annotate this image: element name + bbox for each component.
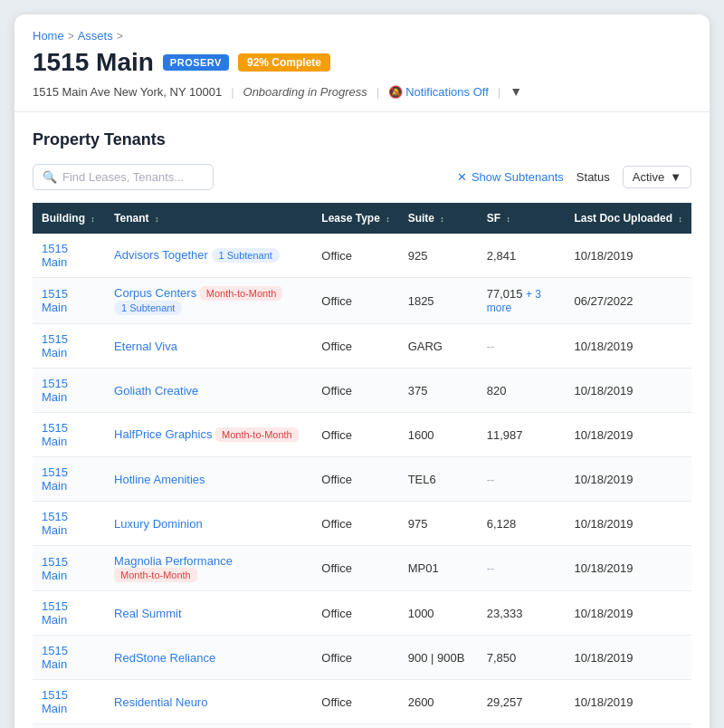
tenant-link[interactable]: Hotline Amenities	[114, 473, 205, 486]
show-subtenants-button[interactable]: ✕ Show Subtenants	[457, 170, 564, 184]
tenant-link[interactable]: Magnolia Performance	[114, 554, 233, 568]
breadcrumb-assets[interactable]: Assets	[78, 29, 113, 43]
status-label: Status	[576, 170, 610, 184]
cell-lease-type: Office	[312, 324, 398, 369]
building-link[interactable]: 1515 Main	[42, 644, 68, 671]
cell-lease-type: Office	[312, 724, 398, 729]
col-building[interactable]: Building ↕	[33, 203, 105, 234]
toolbar: 🔍 ✕ Show Subtenants Status Active ▼	[33, 164, 691, 190]
building-link[interactable]: 1515 Main	[42, 555, 68, 582]
cell-sf: 7,850	[478, 636, 566, 680]
cell-tenant: Skylark Realm & Associates	[105, 724, 312, 729]
table-header-row: Building ↕ Tenant ↕ Lease Type ↕ Suite ↕…	[33, 203, 691, 234]
cell-last-doc: 06/27/2022	[565, 278, 691, 324]
cell-building: 1515 Main	[33, 546, 105, 591]
cell-suite: 1825	[399, 278, 478, 324]
col-suite[interactable]: Suite ↕	[399, 203, 478, 234]
table-row: 1515 MainMagnolia Performance Month-to-M…	[33, 546, 691, 591]
cell-lease-type: Office	[312, 234, 398, 278]
cell-tenant: Corpus Centers Month-to-Month 1 Subtenan…	[105, 278, 312, 324]
tenant-tag[interactable]: 1 Subtenant	[212, 248, 280, 263]
cell-last-doc: 10/18/2019	[565, 591, 691, 636]
tenant-tag: Month-to-Month	[114, 568, 197, 582]
cell-sf: 820	[478, 369, 566, 413]
tenant-link[interactable]: Residential Neuro	[114, 695, 207, 709]
table-row: 1515 MainResidential NeuroOffice260029,2…	[33, 680, 691, 724]
notifications-toggle[interactable]: 🔕 Notifications Off	[388, 85, 489, 99]
cell-last-doc: 10/18/2019	[565, 413, 691, 457]
tenant-link[interactable]: Luxury Dominion	[114, 517, 203, 531]
building-link[interactable]: 1515 Main	[42, 421, 68, 448]
cell-sf: --	[478, 546, 566, 591]
cell-suite: 375	[399, 369, 478, 413]
tenant-link[interactable]: RedStone Reliance	[114, 651, 215, 665]
cell-tenant: RedStone Reliance	[105, 636, 312, 680]
content: Property Tenants 🔍 ✕ Show Subtenants Sta…	[14, 112, 710, 728]
cell-building: 1515 Main	[33, 502, 105, 546]
breadcrumb-home[interactable]: Home	[33, 29, 64, 43]
table-row: 1515 MainSkylark Realm & AssociatesOffic…	[33, 724, 691, 729]
subtitle-sep1: |	[231, 85, 233, 99]
sf-more[interactable]: + 3 more	[487, 288, 541, 314]
tenant-link[interactable]: Eternal Viva	[114, 340, 177, 353]
breadcrumb-sep1: >	[68, 30, 74, 43]
building-link[interactable]: 1515 Main	[42, 287, 68, 314]
cell-building: 1515 Main	[33, 457, 105, 502]
header: Home > Assets > 1515 Main PROSERV 92% Co…	[14, 14, 710, 112]
sf-dash: --	[487, 561, 495, 575]
cell-building: 1515 Main	[33, 636, 105, 680]
sf-dash: --	[487, 340, 495, 353]
building-link[interactable]: 1515 Main	[42, 599, 68, 627]
cell-suite: GARG	[399, 324, 478, 369]
tenant-link[interactable]: Advisors Together	[114, 248, 208, 262]
col-tenant[interactable]: Tenant ↕	[105, 203, 312, 234]
cell-suite: 1600	[399, 413, 478, 457]
cell-tenant: Luxury Dominion	[105, 502, 312, 546]
table-row: 1515 MainCorpus Centers Month-to-Month 1…	[33, 278, 691, 324]
cell-sf: 2,841	[478, 234, 566, 278]
building-link[interactable]: 1515 Main	[42, 377, 68, 404]
search-box[interactable]: 🔍	[33, 164, 214, 190]
search-input[interactable]	[62, 170, 204, 184]
table-row: 1515 MainAdvisors Together 1 SubtenantOf…	[33, 234, 691, 278]
cell-tenant: HalfPrice Graphics Month-to-Month	[105, 413, 312, 457]
header-chevron-icon[interactable]: ▼	[510, 84, 522, 99]
col-sf[interactable]: SF ↕	[478, 203, 566, 234]
building-link[interactable]: 1515 Main	[42, 688, 68, 715]
cell-building: 1515 Main	[33, 278, 105, 324]
title-row: 1515 Main PROSERV 92% Complete	[33, 48, 691, 77]
cell-building: 1515 Main	[33, 680, 105, 724]
cell-last-doc: 10/18/2019	[565, 457, 691, 502]
cell-lease-type: Office	[312, 636, 398, 680]
cell-sf: 29,257	[478, 680, 566, 724]
cell-suite: MP01	[399, 546, 478, 591]
table-row: 1515 MainEternal VivaOfficeGARG--10/18/2…	[33, 324, 691, 369]
cell-tenant: Hotline Amenities	[105, 457, 312, 502]
tenant-link[interactable]: Corpus Centers	[114, 286, 196, 300]
tenant-link[interactable]: Real Summit	[114, 607, 181, 620]
cell-suite: 900 | 900B	[399, 636, 478, 680]
status-dropdown[interactable]: Active ▼	[623, 166, 691, 188]
cell-sf: 11,987	[478, 413, 566, 457]
col-lease-type[interactable]: Lease Type ↕	[312, 203, 398, 234]
cell-tenant: Eternal Viva	[105, 324, 312, 369]
bell-off-icon: 🔕	[388, 85, 403, 99]
cell-building: 1515 Main	[33, 324, 105, 369]
building-link[interactable]: 1515 Main	[42, 465, 68, 493]
col-last-doc[interactable]: Last Doc Uploaded ↕	[565, 203, 691, 234]
tenant-link[interactable]: HalfPrice Graphics	[114, 427, 212, 441]
cell-last-doc: 10/18/2019	[565, 502, 691, 546]
building-link[interactable]: 1515 Main	[42, 510, 68, 537]
cell-sf: --	[478, 324, 566, 369]
cell-building: 1515 Main	[33, 234, 105, 278]
cell-suite: 1000	[399, 591, 478, 636]
cell-building: 1515 Main	[33, 369, 105, 413]
address: 1515 Main Ave New York, NY 10001	[33, 85, 222, 99]
building-link[interactable]: 1515 Main	[42, 242, 68, 269]
cell-last-doc: 10/18/2019	[565, 369, 691, 413]
cell-last-doc: 10/18/2019	[565, 636, 691, 680]
tenant-tag2[interactable]: 1 Subtenant	[114, 301, 182, 315]
building-link[interactable]: 1515 Main	[42, 332, 68, 359]
tenant-link[interactable]: Goliath Creative	[114, 384, 198, 398]
cell-lease-type: Office	[312, 502, 398, 546]
